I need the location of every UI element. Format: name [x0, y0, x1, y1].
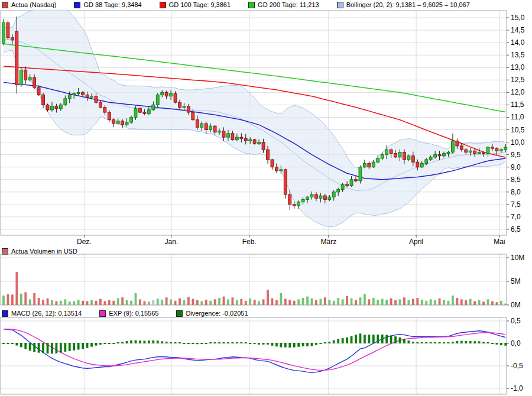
volume-bar	[412, 299, 414, 305]
divergence-bar	[412, 342, 414, 343]
candle-down	[112, 120, 115, 124]
volume-bar	[103, 301, 106, 305]
divergence-bar	[56, 343, 58, 353]
divergence-bar	[399, 337, 401, 343]
volume-bar	[179, 298, 181, 305]
volume-chart: 10M5M0M	[0, 254, 532, 309]
volume-bar	[15, 272, 18, 305]
divergence-bar	[439, 342, 441, 343]
divergence-bar	[297, 343, 300, 347]
divergence-bar	[416, 342, 419, 343]
volume-tick-label: 5M	[511, 277, 521, 285]
volume-bar	[408, 300, 410, 305]
candle-down	[37, 87, 40, 95]
volume-bar	[82, 301, 84, 305]
divergence-bar	[33, 343, 35, 352]
volume-bar	[456, 298, 458, 305]
volume-bar	[333, 301, 335, 305]
volume-bar	[200, 301, 203, 305]
candle-up	[73, 93, 76, 95]
volume-bar	[302, 298, 304, 305]
candle-up	[337, 190, 340, 192]
price-tick-label: 10,5	[511, 126, 525, 134]
candle-down	[222, 131, 225, 138]
main-chart-legend: Actua (Nasdaq) GD 38 Tage: 9,3484 GD 100…	[2, 1, 488, 9]
divergence-bar	[359, 333, 362, 343]
candle-up	[170, 93, 173, 96]
volume-bar	[148, 301, 150, 305]
divergence-bar	[196, 343, 199, 344]
legend-item-gd38: GD 38 Tage: 9,3484	[74, 1, 141, 9]
volume-bar	[328, 300, 330, 305]
candle-down	[103, 108, 106, 112]
volume-bar	[20, 294, 22, 305]
candle-down	[346, 184, 349, 186]
divergence-bar	[69, 343, 71, 351]
volume-bar	[496, 302, 498, 305]
volume-bar	[452, 296, 454, 305]
volume-bar	[385, 300, 388, 305]
candle-down	[460, 146, 463, 150]
price-tick-label: 8,0	[511, 188, 521, 196]
volume-bar	[284, 299, 287, 305]
volume-bar	[500, 301, 502, 305]
volume-bar	[390, 298, 392, 305]
divergence-bar	[209, 342, 212, 343]
volume-bar	[280, 293, 282, 305]
candle-down	[55, 106, 58, 109]
candle-up	[227, 134, 230, 137]
divergence-bar	[64, 343, 66, 352]
volume-bar	[351, 298, 353, 305]
volume-bar	[99, 299, 102, 305]
candle-up	[434, 155, 437, 157]
volume-bar	[90, 300, 93, 305]
volume-bar	[126, 300, 128, 305]
legend-item-bollinger: Bollinger (20, 2): 9,1381 – 9,6025 – 10,…	[337, 1, 470, 9]
candle-down	[86, 95, 89, 98]
volume-bar	[196, 300, 199, 305]
candle-up	[478, 152, 481, 153]
divergence-bar	[302, 343, 304, 346]
volume-bar	[324, 297, 326, 305]
divergence-bar	[112, 343, 115, 344]
divergence-bar	[377, 335, 379, 343]
candle-down	[108, 112, 111, 120]
candle-up	[377, 158, 379, 162]
volume-bar	[482, 301, 485, 305]
candle-down	[143, 112, 146, 113]
divergence-bar	[90, 343, 93, 347]
candle-up	[332, 192, 335, 197]
candle-down	[275, 167, 278, 171]
divergence-bar	[469, 341, 472, 343]
candle-down	[11, 38, 14, 40]
candle-up	[341, 184, 344, 189]
divergence-bar	[504, 343, 507, 346]
price-tick-label: 7,0	[511, 213, 521, 221]
candle-down	[240, 137, 243, 138]
divergence-bar	[478, 341, 481, 343]
candle-down	[438, 155, 441, 156]
divergence-bar	[15, 343, 18, 346]
volume-bar	[249, 298, 251, 305]
divergence-bar	[324, 342, 326, 343]
volume-bar	[469, 299, 472, 305]
candle-down	[271, 160, 274, 167]
divergence-bar	[103, 343, 106, 344]
candle-down	[213, 126, 216, 132]
volume-bar	[315, 300, 317, 305]
divergence-bar	[430, 342, 432, 343]
volume-bar	[130, 301, 132, 305]
volume-bar	[293, 301, 296, 305]
candle-down	[253, 139, 256, 143]
divergence-bar	[249, 343, 251, 344]
candle-up	[68, 95, 71, 99]
divergence-bar	[434, 342, 436, 343]
volume-bar	[73, 301, 75, 305]
candle-up	[398, 152, 401, 157]
month-label: Feb.	[242, 238, 257, 246]
volume-bar	[275, 300, 278, 305]
divergence-bar	[315, 343, 317, 345]
candle-down	[121, 121, 124, 125]
volume-bar	[161, 300, 163, 305]
candle-down	[196, 120, 199, 128]
